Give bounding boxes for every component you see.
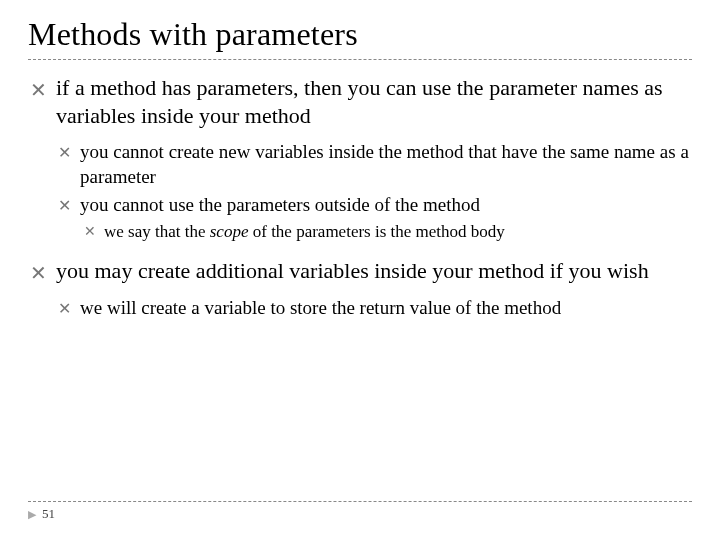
bullet-level3: ✕ we say that the scope of the parameter… xyxy=(84,221,692,243)
bullet-text: we will create a variable to store the r… xyxy=(80,296,561,320)
title-divider xyxy=(28,59,692,60)
text-run: we say that the xyxy=(104,222,210,241)
bullet-level1: ✕ if a method has parameters, then you c… xyxy=(30,74,692,130)
bullet-icon: ✕ xyxy=(84,221,104,240)
slide-footer: ▶ 51 xyxy=(28,501,692,522)
bullet-text: you may create additional variables insi… xyxy=(56,257,649,285)
footer-divider xyxy=(28,501,692,502)
bullet-level2: ✕ you cannot create new variables inside… xyxy=(58,140,692,189)
bullet-level2: ✕ we will create a variable to store the… xyxy=(58,296,692,320)
bullet-text: you cannot create new variables inside t… xyxy=(80,140,692,189)
bullet-text: we say that the scope of the parameters … xyxy=(104,221,505,243)
bullet-icon: ✕ xyxy=(30,74,56,102)
bullet-icon: ✕ xyxy=(58,296,80,318)
text-emphasis: scope xyxy=(210,222,249,241)
page-number: 51 xyxy=(42,506,55,522)
bullet-text: if a method has parameters, then you can… xyxy=(56,74,692,130)
bullet-icon: ✕ xyxy=(30,257,56,285)
page-number-row: ▶ 51 xyxy=(28,506,692,522)
bullet-level1: ✕ you may create additional variables in… xyxy=(30,257,692,285)
bullet-level2: ✕ you cannot use the parameters outside … xyxy=(58,193,692,217)
bullet-icon: ✕ xyxy=(58,193,80,215)
text-run: of the parameters is the method body xyxy=(248,222,504,241)
bullet-text: you cannot use the parameters outside of… xyxy=(80,193,480,217)
bullet-icon: ✕ xyxy=(58,140,80,162)
slide-title: Methods with parameters xyxy=(28,16,692,53)
triangle-icon: ▶ xyxy=(28,508,36,521)
